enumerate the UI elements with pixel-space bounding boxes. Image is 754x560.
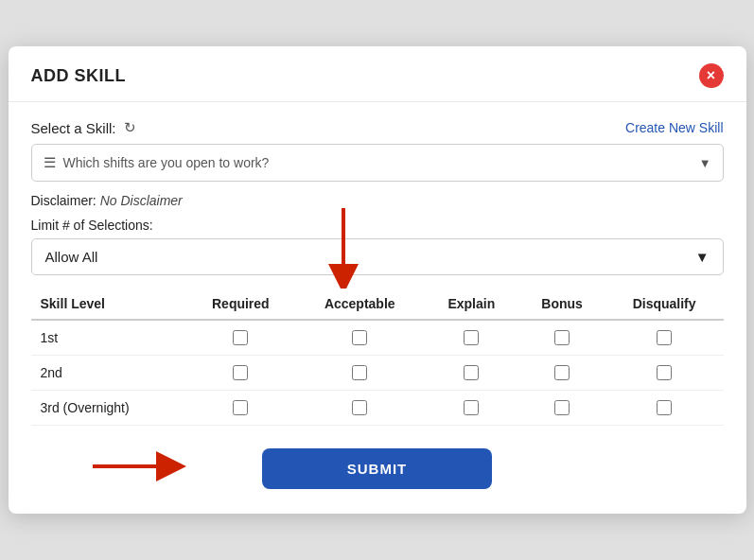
disclaimer-value: No Disclaimer bbox=[100, 193, 183, 208]
col-required: Required bbox=[185, 289, 295, 320]
skill-level-2nd: 2nd bbox=[31, 356, 186, 391]
limit-label: Limit # of Selections: bbox=[31, 218, 724, 233]
col-acceptable: Acceptable bbox=[295, 289, 424, 320]
create-new-skill-link[interactable]: Create New Skill bbox=[625, 120, 723, 135]
disqualify-2nd-checkbox[interactable] bbox=[657, 365, 672, 380]
table-header-row: Skill Level Required Acceptable Explain … bbox=[31, 289, 724, 320]
skill-dropdown-left: ☰ Which shifts are you open to work? bbox=[44, 154, 270, 171]
col-bonus: Bonus bbox=[518, 289, 605, 320]
select-skill-label: Select a Skill: ↻ bbox=[31, 119, 136, 136]
skill-dropdown[interactable]: ☰ Which shifts are you open to work? ▼ bbox=[31, 144, 724, 182]
bonus-3rd-checkbox[interactable] bbox=[554, 400, 570, 415]
list-icon: ☰ bbox=[44, 154, 56, 171]
skills-table-container: Skill Level Required Acceptable Explain … bbox=[31, 289, 724, 426]
explain-1st-checkbox[interactable] bbox=[464, 330, 479, 345]
modal-title: ADD SKILL bbox=[31, 66, 127, 86]
skills-table: Skill Level Required Acceptable Explain … bbox=[31, 289, 724, 426]
explain-2nd-checkbox[interactable] bbox=[464, 365, 479, 380]
required-1st-checkbox[interactable] bbox=[233, 330, 248, 345]
disclaimer-label: Disclaimer: bbox=[31, 193, 96, 208]
submit-area: SUBMIT bbox=[31, 435, 724, 497]
close-button[interactable]: × bbox=[699, 63, 724, 88]
explain-3rd-checkbox[interactable] bbox=[464, 400, 479, 415]
disqualify-3rd-checkbox[interactable] bbox=[657, 400, 672, 415]
add-skill-modal: ADD SKILL × Select a Skill: ↻ Create New… bbox=[9, 46, 746, 514]
col-explain: Explain bbox=[424, 289, 518, 320]
limit-dropdown-value: Allow All bbox=[45, 249, 98, 265]
acceptable-3rd-checkbox[interactable] bbox=[352, 400, 367, 415]
acceptable-2nd-checkbox[interactable] bbox=[352, 365, 367, 380]
disqualify-1st-checkbox[interactable] bbox=[657, 330, 672, 345]
bonus-1st-checkbox[interactable] bbox=[554, 330, 570, 345]
table-wrapper: Skill Level Required Acceptable Explain … bbox=[31, 289, 724, 426]
modal-header: ADD SKILL × bbox=[9, 46, 746, 102]
disclaimer-row: Disclaimer: No Disclaimer bbox=[31, 193, 724, 208]
arrow-right-svg bbox=[88, 449, 192, 483]
table-row: 3rd (Overnight) bbox=[31, 391, 724, 426]
skill-dropdown-placeholder: Which shifts are you open to work? bbox=[63, 155, 270, 170]
skill-level-3rd: 3rd (Overnight) bbox=[31, 391, 186, 426]
col-disqualify: Disqualify bbox=[605, 289, 724, 320]
table-row: 2nd bbox=[31, 356, 724, 391]
refresh-icon[interactable]: ↻ bbox=[124, 119, 136, 136]
table-row: 1st bbox=[31, 320, 724, 356]
bonus-2nd-checkbox[interactable] bbox=[554, 365, 570, 380]
select-skill-row: Select a Skill: ↻ Create New Skill bbox=[31, 119, 724, 136]
col-skill-level: Skill Level bbox=[31, 289, 186, 320]
required-3rd-checkbox[interactable] bbox=[233, 400, 248, 415]
modal-body: Select a Skill: ↻ Create New Skill ☰ Whi… bbox=[9, 102, 746, 514]
limit-dropdown[interactable]: Allow All ▼ bbox=[31, 238, 724, 275]
acceptable-1st-checkbox[interactable] bbox=[352, 330, 367, 345]
limit-dropdown-arrow: ▼ bbox=[695, 249, 710, 265]
skill-level-1st: 1st bbox=[31, 320, 186, 356]
required-2nd-checkbox[interactable] bbox=[233, 365, 248, 380]
modal-overlay: ADD SKILL × Select a Skill: ↻ Create New… bbox=[0, 0, 754, 560]
skill-dropdown-arrow: ▼ bbox=[699, 156, 711, 170]
submit-button[interactable]: SUBMIT bbox=[262, 448, 493, 489]
select-skill-text: Select a Skill: bbox=[31, 120, 116, 136]
